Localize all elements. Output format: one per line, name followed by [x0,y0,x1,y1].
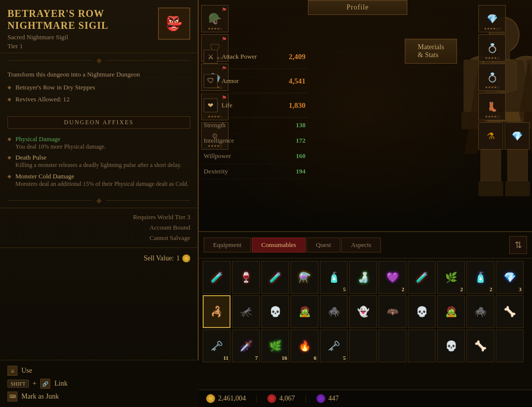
inv-cell-2-10[interactable] [496,329,524,362]
inv-cell-1-3[interactable]: 🧟 [291,295,318,328]
profile-tab-label: Profile [346,3,369,11]
intelligence-value: 172 [296,137,306,145]
inv-cell-2-5[interactable] [349,329,377,362]
armor-icon: 🛡 [204,74,218,88]
inv-cell-2-8[interactable]: 💀 [437,329,465,362]
item-desc-text: Transform this dungeon into a Nightmare … [7,70,190,79]
affix-content-2: Death Pulse Killing a monster releases a… [15,154,181,169]
tab-aspects-label: Aspects [351,241,371,248]
tab-quest[interactable]: Quest [306,238,340,252]
equipment-slots-right: 💎 ★★★★◇◇ 💍 ★★★★◇ 💍 ★★★★◇ 👢 ★★★★◇ ⚗ 💎 [476,2,532,152]
affix-name-1: Physical Damage [15,135,106,143]
inv-cell-2-4[interactable]: 🗝️ 5 [320,329,348,362]
inv-cell-0-5[interactable]: 🍶 [349,261,377,294]
inv-cell-1-5[interactable]: 👻 [349,295,377,328]
bottom-actions: ⚔ Use SHIFT + 🔗 Link ⌨ Mark as Junk [0,360,199,407]
inv-cell-1-9[interactable]: 🕷️ [466,295,494,328]
tab-equipment[interactable]: Equipment [204,238,251,252]
stat-attack-power: ⚔ Attack Power 2,409 [201,45,308,69]
inv-cell-1-6[interactable]: 🦇 [379,295,406,328]
stat-row-inner-attack: ⚔ Attack Power [204,50,257,64]
action-use[interactable]: ⚔ Use [7,364,191,377]
inv-cell-0-0[interactable]: 🧪 [203,261,230,294]
action-mark-junk[interactable]: ⌨ Mark as Junk [7,390,191,403]
inv-cell-2-1[interactable]: 🗡️ 7 [232,329,260,362]
inv-cell-1-10[interactable]: 🦴 [496,295,524,328]
profile-tab[interactable]: Profile [308,0,407,15]
profile-tab-container: Profile [308,0,407,15]
stats-overlay: ⚔ Attack Power 2,409 🛡 Armor 4,541 ❤ Lif… [201,45,308,179]
inv-cell-1-4[interactable]: 🕷️ [320,295,348,328]
inv-cell-1-1[interactable]: 🦟 [232,295,260,328]
affix-diamond-2: ◆ [7,155,11,160]
sell-value: Sell Value: 1 [0,250,198,266]
inv-cell-1-7[interactable]: 💀 [408,295,436,328]
tab-aspects[interactable]: Aspects [341,238,380,252]
material-amount: 447 [328,395,339,403]
location-text-2: Revives Allowed: 12 [15,95,70,104]
keyboard-icon: ⌨ [7,392,17,402]
inventory-tabs: Equipment Consumables Quest Aspects ⇅ [199,232,532,258]
inv-cell-2-3[interactable]: 🔥 6 [291,329,318,362]
inv-cell-1-2[interactable]: 💀 [261,295,289,328]
blood-shard-icon [267,394,276,403]
left-panel: BETRAYER'S ROW NIGHTMARE SIGIL Sacred Ni… [0,0,199,407]
inv-cell-0-3[interactable]: ⚗️ [291,261,318,294]
inv-cell-0-2[interactable]: 🧪 [261,261,289,294]
stat-row-inner-life: ❤ Life [204,98,232,112]
equip-slot-ring1[interactable]: 💍 ★★★★◇ [478,34,506,62]
stat-life: ❤ Life 1,830 [201,93,308,118]
inventory-area: Equipment Consumables Quest Aspects ⇅ 🧪 … [199,231,532,407]
item-title-block: BETRAYER'S ROW NIGHTMARE SIGIL Sacred Ni… [7,7,153,50]
willpower-value: 160 [296,152,306,160]
inv-cell-2-0[interactable]: 🗝️ 11 [203,329,230,362]
separator-1: ◆ [7,56,190,65]
inv-cell-0-7[interactable]: 🧪 [408,261,436,294]
inv-cell-1-0[interactable]: 🦂 [203,295,230,328]
intelligence-label: Intelligence [204,137,234,145]
sort-icon: ⇅ [515,240,522,250]
life-value: 1,830 [289,101,305,110]
strength-value: 138 [296,121,306,129]
inv-cell-0-8[interactable]: 🌿 2 [437,261,465,294]
attributes-block: Strength 138 Intelligence 172 Willpower … [201,118,308,179]
inv-cell-0-10[interactable]: 💎 3 [496,261,524,294]
inv-cell-0-6[interactable]: 💜 2 [379,261,406,294]
count-2-1: 7 [255,355,258,361]
equip-slot-weapon1[interactable]: ⚗ [478,122,503,150]
inv-cell-0-1[interactable]: 🍷 [232,261,260,294]
use-label: Use [21,367,32,375]
life-label: Life [222,101,232,109]
equip-slot-amulet[interactable]: 💎 ★★★★◇◇ [478,5,506,32]
inv-cell-2-7[interactable] [408,329,436,362]
attr-dexterity: Dexterity 194 [201,164,308,179]
attack-power-value: 2,409 [289,53,305,61]
inv-cell-2-9[interactable]: 🦴 [466,329,494,362]
tab-consumables-label: Consumables [261,241,296,248]
equip-slot-weapon2[interactable]: 💎 [505,122,530,150]
currency-divider-2: | [305,394,306,403]
item-subtitle: Sacred Nightmare Sigil [7,33,153,41]
attr-intelligence: Intelligence 172 [201,133,308,149]
tab-consumables[interactable]: Consumables [252,238,305,252]
count-2-2: 16 [282,355,287,361]
affix-content-1: Physical Damage You deal 10% more Physic… [15,135,106,151]
gold-coin-icon [182,254,190,262]
action-link[interactable]: SHIFT + 🔗 Link [7,377,191,390]
blood-shard-amount: 4,067 [279,395,295,403]
equip-slot-boots[interactable]: 👢 ★★★★◇ [478,93,506,120]
link-icon: 🔗 [40,379,50,389]
sort-button[interactable]: ⇅ [509,236,527,254]
inv-cell-2-2[interactable]: 🌿 16 [261,329,289,362]
sell-value-num: 1 [176,254,180,262]
location-text-1: Betrayer's Row in Dry Steppes [15,83,95,92]
inv-cell-0-4[interactable]: 🧴 5 [320,261,348,294]
equip-slot-helmet[interactable]: 🪖 ⚑ ★★★★◇ [201,5,228,32]
inv-cell-1-8[interactable]: 🧟 [437,295,465,328]
equip-slot-ring2[interactable]: 💍 ★★★★◇ [478,64,506,91]
stat-row-inner-armor: 🛡 Armor [204,74,239,88]
inv-cell-0-9[interactable]: 🧴 2 [466,261,494,294]
item-header: BETRAYER'S ROW NIGHTMARE SIGIL Sacred Ni… [0,0,198,53]
materials-stats-button[interactable]: Materials & Stats [405,39,457,64]
inv-cell-2-6[interactable] [379,329,406,362]
